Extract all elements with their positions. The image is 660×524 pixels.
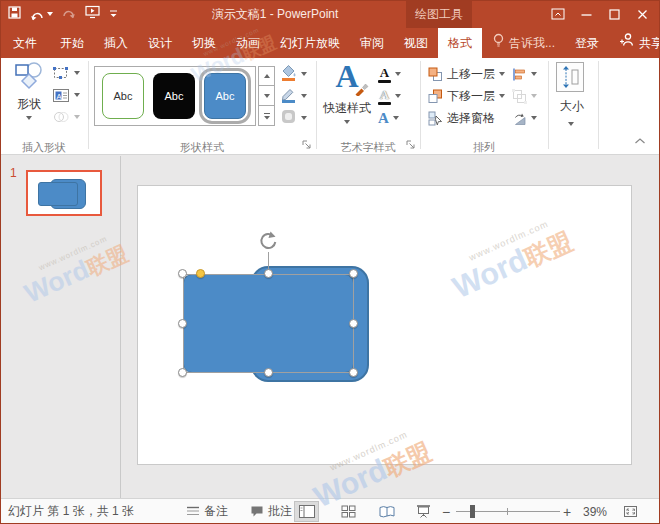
start-slideshow-icon[interactable] — [85, 5, 100, 23]
handle-middle-left[interactable] — [178, 319, 187, 328]
handle-top-center[interactable] — [264, 269, 273, 278]
arrange-group-label: 排列 — [420, 140, 548, 154]
quick-styles-button[interactable]: A 快速样式 — [322, 60, 372, 124]
bring-forward-button[interactable]: 上移一层 — [428, 64, 505, 84]
notes-button[interactable]: 备注 — [186, 499, 228, 524]
notes-label: 备注 — [204, 503, 228, 520]
shape-styles-group-label: 形状样式 — [88, 140, 316, 154]
handle-bottom-center[interactable] — [264, 368, 273, 377]
zoom-slider-thumb[interactable] — [470, 505, 475, 518]
send-backward-icon — [428, 89, 443, 103]
tab-animations[interactable]: 动画 — [226, 28, 270, 58]
slideshow-view-icon — [416, 505, 431, 518]
size-caret — [568, 116, 574, 130]
selection-pane-button[interactable]: 选择窗格 — [428, 108, 495, 128]
slide-number: 1 — [10, 166, 17, 180]
selection-pane-icon — [428, 111, 443, 126]
slide-canvas[interactable] — [137, 185, 632, 465]
zoom-slider-midpoint — [507, 508, 508, 515]
zoom-in-button[interactable]: + — [563, 499, 571, 524]
tab-format-active[interactable]: 格式 — [438, 28, 482, 58]
close-icon[interactable] — [628, 0, 656, 28]
rotation-handle[interactable] — [257, 230, 281, 258]
bring-forward-label: 上移一层 — [447, 66, 495, 83]
tab-view[interactable]: 视图 — [394, 28, 438, 58]
tab-home[interactable]: 开始 — [50, 28, 94, 58]
undo-button[interactable] — [30, 8, 53, 21]
fit-to-window-button[interactable] — [618, 501, 643, 522]
insert-shapes-group-label: 插入形状 — [0, 140, 88, 154]
rotate-objects-icon — [512, 111, 527, 126]
tab-design[interactable]: 设计 — [138, 28, 182, 58]
maximize-icon[interactable] — [600, 0, 628, 28]
slideshow-view-button[interactable] — [411, 501, 436, 522]
slide-sorter-view-button[interactable] — [336, 501, 361, 522]
share-label: 共享 — [639, 28, 660, 58]
tell-me-box[interactable]: 告诉我... — [482, 28, 565, 58]
sign-in-label: 登录 — [575, 28, 599, 58]
fit-to-window-icon — [623, 505, 638, 518]
tab-review[interactable]: 审阅 — [350, 28, 394, 58]
handle-bottom-left[interactable] — [178, 368, 187, 377]
edit-shape-button[interactable] — [52, 63, 80, 83]
powerpoint-window: 演示文稿1 - PowerPoint 绘图工具 文件 开始 插入 设计 切换 动… — [0, 0, 660, 524]
normal-view-button[interactable] — [294, 501, 319, 522]
save-icon[interactable] — [8, 5, 21, 23]
text-effects-button[interactable]: A — [378, 108, 399, 128]
text-outline-button[interactable]: A — [378, 86, 401, 106]
ribbon-display-options-icon[interactable] — [544, 0, 572, 28]
slide-thumbnail-panel: 1 — [0, 156, 121, 498]
adjust-handle-yellow[interactable] — [196, 269, 205, 278]
minimize-icon[interactable] — [572, 0, 600, 28]
shape-effects-icon — [280, 108, 297, 128]
gallery-scroll-up-icon[interactable] — [258, 66, 275, 86]
gallery-scroll — [258, 66, 275, 126]
wordart-dialog-launcher-icon[interactable] — [406, 139, 418, 151]
workspace: 1 — [0, 156, 660, 498]
gallery-more-icon[interactable] — [258, 106, 275, 126]
sign-in-button[interactable]: 登录 — [565, 28, 609, 58]
collapse-ribbon-icon[interactable] — [634, 134, 646, 148]
text-box-button[interactable]: A — [52, 85, 80, 105]
send-backward-button[interactable]: 下移一层 — [428, 86, 505, 106]
align-icon — [512, 67, 527, 82]
zoom-out-button[interactable]: − — [442, 499, 450, 524]
customize-qat-icon[interactable] — [109, 5, 118, 23]
gallery-scroll-down-icon[interactable] — [258, 86, 275, 106]
shape-effects-button[interactable] — [280, 108, 307, 128]
tab-slideshow[interactable]: 幻灯片放映 — [270, 28, 350, 58]
tab-insert[interactable]: 插入 — [94, 28, 138, 58]
send-backward-label: 下移一层 — [447, 88, 495, 105]
comments-button[interactable]: 批注 — [250, 499, 292, 524]
share-person-icon — [619, 28, 635, 58]
rotate-button[interactable] — [512, 108, 537, 128]
text-outline-icon: A — [378, 88, 391, 105]
slide-indicator: 幻灯片 第 1 张，共 1 张 — [8, 499, 134, 524]
shape-fill-button[interactable] — [280, 64, 307, 84]
shape-style-option-3-selected[interactable]: Abc — [204, 73, 246, 119]
size-button[interactable] — [556, 62, 584, 92]
handle-top-right[interactable] — [349, 269, 358, 278]
handle-bottom-right[interactable] — [349, 368, 358, 377]
text-fill-button[interactable]: A — [378, 64, 401, 84]
slide-sorter-icon — [341, 505, 356, 518]
shape-style-option-1[interactable]: Abc — [102, 73, 144, 119]
comments-icon — [250, 505, 264, 518]
reading-view-button[interactable] — [374, 501, 399, 522]
share-button[interactable]: 共享 — [609, 28, 660, 58]
align-button[interactable] — [512, 64, 537, 84]
slide-thumbnail-selected[interactable] — [26, 170, 102, 216]
merge-shapes-button — [52, 107, 80, 127]
shapes-gallery-button[interactable]: 形状 — [8, 61, 50, 120]
shape-style-option-2[interactable]: Abc — [153, 73, 195, 119]
comments-label: 批注 — [268, 503, 292, 520]
shape-outline-button[interactable] — [280, 86, 307, 106]
quick-styles-label: 快速样式 — [323, 100, 371, 117]
tab-file[interactable]: 文件 — [0, 28, 50, 58]
handle-middle-right[interactable] — [349, 319, 358, 328]
quick-access-toolbar — [8, 0, 118, 28]
handle-top-left[interactable] — [178, 269, 187, 278]
tab-transitions[interactable]: 切换 — [182, 28, 226, 58]
zoom-level[interactable]: 39% — [583, 499, 607, 524]
shape-styles-dialog-launcher-icon[interactable] — [302, 139, 314, 151]
